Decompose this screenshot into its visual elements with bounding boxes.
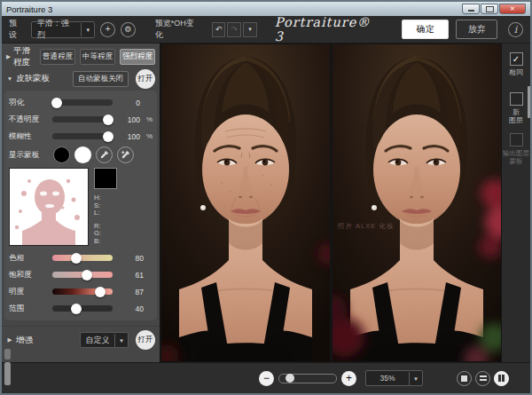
close-button[interactable]: ✕ bbox=[499, 4, 526, 14]
smoothing-level-medium[interactable]: 中等程度 bbox=[80, 49, 115, 65]
demo-watermark: 照片 ALXE 化妆 bbox=[338, 222, 394, 231]
scrollbar-thumb[interactable] bbox=[528, 86, 530, 118]
enhance-preset-value: 自定义 bbox=[81, 335, 114, 346]
preset-dropdown[interactable]: 平滑：强烈 ▾ bbox=[31, 21, 96, 38]
after-image bbox=[332, 44, 501, 361]
preset-label: 预设 bbox=[9, 18, 25, 41]
info-button[interactable]: i bbox=[508, 22, 523, 37]
eyedropper-add-button[interactable] bbox=[117, 146, 134, 163]
history-dropdown-button[interactable]: ▾ bbox=[243, 22, 257, 37]
eyedropper-button[interactable] bbox=[96, 146, 113, 163]
window-resize-grip[interactable] bbox=[4, 362, 11, 385]
undo-button[interactable]: ↶ bbox=[212, 22, 226, 37]
enhance-preset-dropdown[interactable]: 自定义 ▾ bbox=[80, 332, 129, 348]
fuzziness-slider[interactable] bbox=[52, 133, 113, 139]
slider-thumb[interactable] bbox=[51, 98, 62, 108]
output-layer-mask-checkbox[interactable] bbox=[510, 133, 523, 146]
view-split-vertical-button[interactable] bbox=[494, 371, 509, 386]
fuzziness-value: 100 bbox=[116, 132, 140, 141]
lum-readout-label: L: bbox=[94, 209, 117, 217]
skin-mask-title: 皮肤蒙板 bbox=[16, 73, 50, 84]
skin-mask-open-button[interactable]: 打开 bbox=[136, 69, 155, 89]
sampled-color-swatch bbox=[94, 168, 117, 189]
discard-button[interactable]: 放弃 bbox=[456, 20, 497, 39]
maximize-button[interactable] bbox=[481, 4, 498, 14]
slider-thumb[interactable] bbox=[82, 270, 92, 280]
zoom-level-dropdown[interactable]: 35% ▾ bbox=[365, 370, 423, 386]
blue-readout-label: B: bbox=[94, 238, 117, 246]
feather-label: 羽化 bbox=[9, 98, 49, 108]
slider-thumb[interactable] bbox=[71, 253, 82, 264]
preview-status-text: 预览*OH变化 bbox=[155, 18, 201, 41]
enhance-open-button[interactable]: 打开 bbox=[136, 330, 155, 350]
top-toolbar: 预设 平滑：强烈 ▾ + ⚙ 预览*OH变化 ↶ ↷ ▾ Portraiture… bbox=[2, 16, 530, 43]
fuzziness-slider-row: 模糊性 100 % bbox=[9, 128, 153, 145]
range-slider[interactable] bbox=[52, 305, 113, 312]
opacity-slider[interactable] bbox=[52, 116, 113, 122]
view-split-horizontal-button[interactable] bbox=[475, 371, 490, 386]
ok-button[interactable]: 确定 bbox=[402, 20, 449, 39]
mask-white-swatch[interactable] bbox=[74, 146, 91, 163]
slider-thumb[interactable] bbox=[95, 287, 106, 297]
zoom-slider[interactable] bbox=[278, 374, 337, 383]
show-mask-row: 显示蒙板 bbox=[9, 145, 153, 165]
preview-before[interactable] bbox=[161, 44, 330, 361]
range-slider-row: 范围 40 bbox=[9, 300, 153, 317]
show-mask-label: 显示蒙板 bbox=[9, 150, 49, 161]
lightness-label: 明度 bbox=[9, 287, 49, 297]
enhance-section-header[interactable]: ▶ 增强 自定义 ▾ 打开 bbox=[2, 326, 160, 353]
output-options-panel: ✓ 相同 新图层 输出图层蒙板 bbox=[502, 43, 530, 362]
preset-value: 平滑：强烈 bbox=[32, 18, 82, 41]
chevron-down-icon: ▾ bbox=[409, 372, 422, 385]
minimize-button[interactable] bbox=[462, 4, 480, 14]
plus-icon: + bbox=[346, 373, 352, 383]
smoothing-level-normal[interactable]: 普通程度 bbox=[40, 49, 75, 65]
single-view-icon bbox=[461, 375, 467, 382]
triangle-down-icon: ▼ bbox=[6, 75, 13, 82]
zoom-slider-thumb[interactable] bbox=[286, 374, 294, 383]
feather-slider[interactable] bbox=[52, 99, 113, 106]
redo-icon: ↷ bbox=[231, 25, 238, 34]
app-window: Portraiture 3 ✕ 预设 平滑：强烈 ▾ + ⚙ 预览*OH变化 ↶… bbox=[0, 0, 532, 395]
output-same-label: 相同 bbox=[509, 68, 523, 76]
opacity-value: 100 bbox=[116, 115, 140, 124]
opacity-label: 不透明度 bbox=[9, 115, 49, 125]
titlebar: Portraiture 3 ✕ bbox=[2, 2, 530, 16]
lightness-slider[interactable] bbox=[52, 288, 113, 295]
hue-slider[interactable] bbox=[52, 255, 113, 261]
window-title: Portraiture 3 bbox=[6, 4, 52, 14]
smoothing-section-header[interactable]: ▶ 平滑程度 普通程度 中等程度 强烈程度 bbox=[2, 45, 160, 67]
window-resize-grip[interactable] bbox=[4, 349, 11, 359]
undo-icon: ↶ bbox=[215, 25, 223, 34]
add-preset-button[interactable]: + bbox=[100, 22, 115, 37]
app-logo: Portraiture® 3 bbox=[275, 15, 382, 43]
auto-mask-button[interactable]: 自动蒙板关闭 bbox=[73, 71, 129, 87]
slider-thumb[interactable] bbox=[71, 304, 82, 314]
zoom-in-button[interactable]: + bbox=[341, 371, 356, 386]
redo-button[interactable]: ↷ bbox=[227, 22, 241, 37]
zoom-out-button[interactable]: − bbox=[259, 371, 274, 386]
slider-thumb[interactable] bbox=[103, 131, 113, 142]
eyedropper-plus-icon bbox=[121, 150, 130, 160]
skin-mask-section-header[interactable]: ▼ 皮肤蒙板 自动蒙板关闭 打开 bbox=[2, 67, 160, 90]
saturation-slider[interactable] bbox=[52, 272, 113, 278]
view-single-button[interactable] bbox=[457, 371, 472, 386]
minus-icon: − bbox=[263, 373, 270, 383]
output-same-checkbox[interactable]: ✓ bbox=[510, 52, 523, 66]
split-vertical-icon bbox=[498, 375, 501, 382]
saturation-value: 61 bbox=[116, 271, 153, 280]
slider-thumb[interactable] bbox=[103, 115, 113, 125]
fuzziness-label: 模糊性 bbox=[9, 131, 49, 142]
enhance-title: 增强 bbox=[16, 335, 33, 346]
range-label: 范围 bbox=[9, 304, 49, 314]
preview-after[interactable]: 照片 ALXE 化妆 bbox=[332, 44, 501, 361]
info-icon: i bbox=[514, 25, 518, 35]
output-new-layer-checkbox[interactable] bbox=[510, 92, 523, 106]
mask-preview-thumbnail[interactable] bbox=[9, 168, 89, 246]
preset-settings-button[interactable]: ⚙ bbox=[121, 22, 136, 37]
mask-black-swatch[interactable] bbox=[53, 146, 70, 163]
smoothing-level-strong[interactable]: 强烈程度 bbox=[120, 49, 155, 65]
hue-value: 80 bbox=[116, 254, 153, 263]
mask-preview-row: H: S: L: R: G: B: bbox=[9, 168, 153, 246]
feather-value: 0 bbox=[116, 99, 140, 107]
